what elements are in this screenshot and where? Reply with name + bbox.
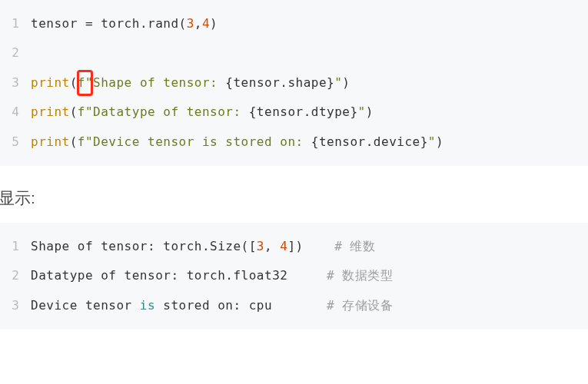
code-token: " xyxy=(358,104,366,119)
code-token: ) xyxy=(366,104,374,119)
code-token: ( xyxy=(70,104,78,119)
code-token: # 维数 xyxy=(334,239,375,253)
code-line: 1Shape of tensor: torch.Size([3, 4]) # 维… xyxy=(0,232,588,261)
code-token: 3 xyxy=(187,16,194,31)
code-line: 3Device tensor is stored on: cpu # 存储设备 xyxy=(0,291,588,320)
code-token: ) xyxy=(342,75,350,90)
code-token: rand xyxy=(148,16,179,31)
code-token: {tensor.dtype} xyxy=(249,104,358,119)
code-token: Device tensor xyxy=(31,298,140,313)
line-content: Shape of tensor: torch.Size([3, 4]) # 维数 xyxy=(31,232,588,261)
code-token: {tensor.device} xyxy=(311,134,428,149)
code-token: . xyxy=(202,239,210,253)
code-token: = xyxy=(85,16,93,31)
line-number: 2 xyxy=(0,38,31,68)
code-line: 2 xyxy=(0,38,588,68)
line-number: 1 xyxy=(0,9,31,38)
code-token: print xyxy=(31,75,70,90)
code-token: {tensor.shape} xyxy=(225,75,334,90)
code-token: ( xyxy=(179,16,187,31)
code-token: stored on: cpu xyxy=(155,298,272,313)
line-content: Datatype of tensor: torch.float32 # 数据类型 xyxy=(31,261,588,290)
code-token: ) xyxy=(210,16,218,31)
code-token: print xyxy=(31,134,70,149)
code-block-bottom: 1Shape of tensor: torch.Size([3, 4]) # 维… xyxy=(0,223,588,329)
code-token: 4 xyxy=(202,16,210,31)
code-token: float32 xyxy=(233,268,287,283)
line-number: 5 xyxy=(0,127,31,157)
code-line: 1tensor = torch.rand(3,4) xyxy=(0,9,588,38)
code-token: " xyxy=(334,75,342,90)
line-content: print(f"Datatype of tensor: {tensor.dtyp… xyxy=(31,98,588,127)
code-token: f"Shape of tensor: xyxy=(78,75,226,90)
code-token: . xyxy=(225,268,233,283)
line-number: 2 xyxy=(0,261,31,290)
code-token: Size xyxy=(210,239,241,253)
line-content: tensor = torch.rand(3,4) xyxy=(31,9,588,38)
code-token: f"Device tensor is stored on: xyxy=(78,134,311,149)
line-number: 3 xyxy=(0,291,31,320)
line-content: Device tensor is stored on: cpu # 存储设备 xyxy=(31,291,588,320)
code-token: tensor xyxy=(31,16,85,31)
code-token: # 存储设备 xyxy=(327,298,393,313)
code-token: ]) xyxy=(287,239,303,253)
code-token: is xyxy=(140,298,155,313)
code-token: Shape of tensor: torch xyxy=(31,239,202,253)
code-token xyxy=(287,268,327,283)
line-number: 1 xyxy=(0,232,31,261)
line-content: print(f"Device tensor is stored on: {ten… xyxy=(31,127,588,157)
line-content: print(f"Shape of tensor: {tensor.shape}"… xyxy=(31,68,588,98)
code-token xyxy=(272,298,327,313)
code-token: ( xyxy=(70,134,78,149)
code-token: " xyxy=(428,134,436,149)
code-token: # 数据类型 xyxy=(327,268,393,283)
code-token: . xyxy=(140,16,148,31)
code-block-top: 1tensor = torch.rand(3,4)23print(f"Shape… xyxy=(0,0,588,166)
code-token: Datatype of tensor: torch xyxy=(31,268,225,283)
code-token: ( xyxy=(70,75,78,90)
code-token: ([ xyxy=(241,239,257,253)
code-token: f"Datatype of tensor: xyxy=(78,104,249,119)
code-line: 2Datatype of tensor: torch.float32 # 数据类… xyxy=(0,261,588,290)
line-number: 4 xyxy=(0,98,31,127)
code-line: 5print(f"Device tensor is stored on: {te… xyxy=(0,127,588,157)
code-token xyxy=(304,239,335,253)
code-token: 3 xyxy=(257,239,264,253)
code-token: print xyxy=(31,104,70,119)
code-token: 4 xyxy=(280,239,287,253)
code-line: 3print(f"Shape of tensor: {tensor.shape}… xyxy=(0,68,588,98)
code-token: , xyxy=(194,16,202,31)
line-number: 3 xyxy=(0,68,31,98)
code-token: , xyxy=(264,239,272,253)
section-label: 显示: xyxy=(0,166,588,223)
code-token xyxy=(272,239,280,253)
code-line: 4print(f"Datatype of tensor: {tensor.dty… xyxy=(0,98,588,127)
code-token: torch xyxy=(93,16,140,31)
code-token: ) xyxy=(436,134,443,149)
